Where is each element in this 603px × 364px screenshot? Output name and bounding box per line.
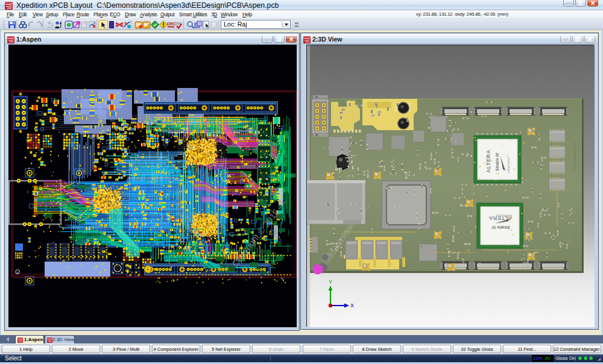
svg-text:b: b xyxy=(17,271,19,274)
svg-text:Y: Y xyxy=(329,279,332,285)
svg-text:XCVR-DDR3 AUX TEST01: XCVR-DDR3 AUX TEST01 xyxy=(573,142,576,171)
svg-text:ALTERA: ALTERA xyxy=(485,149,491,173)
svg-text:EP4SE530F43: EP4SE530F43 xyxy=(496,214,512,217)
svg-text:X: X xyxy=(350,303,354,309)
svg-text:EP4SE530F43: EP4SE530F43 xyxy=(507,157,510,173)
svg-text:Stratix IV: Stratix IV xyxy=(491,225,510,230)
svg-text:Stratix IV: Stratix IV xyxy=(495,152,499,171)
